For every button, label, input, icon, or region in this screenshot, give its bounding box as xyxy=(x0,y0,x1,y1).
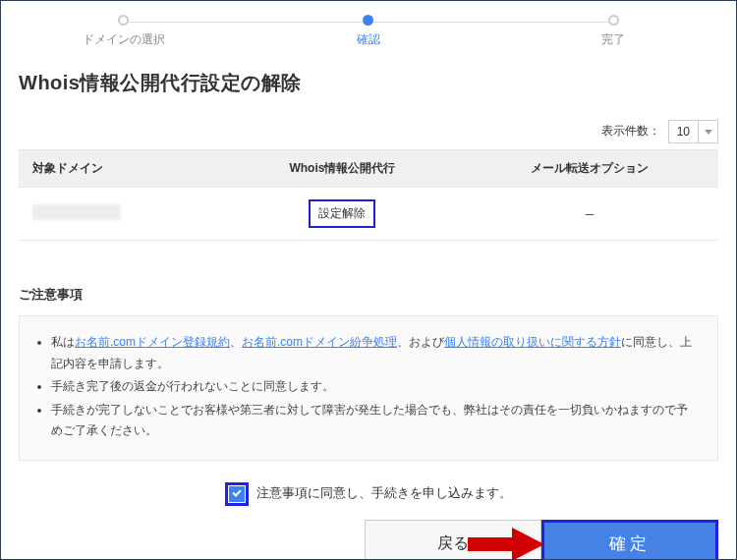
link-terms[interactable]: お名前.comドメイン登録規約 xyxy=(75,335,230,349)
step-circle-icon xyxy=(118,15,129,26)
col-whois: Whois情報公開代行 xyxy=(224,150,461,188)
text: 、 xyxy=(230,335,242,349)
progress-stepper: ドメインの選択 確認 完了 xyxy=(1,1,736,58)
text: 私は xyxy=(51,335,75,349)
page-title: Whois情報公開代行設定の解除 xyxy=(19,70,718,96)
step-confirm: 確認 xyxy=(246,15,490,48)
page-container: ドメインの選択 確認 完了 Whois情報公開代行設定の解除 表示件数： 10 … xyxy=(0,0,737,560)
button-row: 戻る 確定 xyxy=(1,520,736,560)
col-domain: 対象ドメイン xyxy=(19,150,224,188)
display-count-select[interactable]: 10 xyxy=(668,120,718,143)
agree-checkbox[interactable] xyxy=(225,482,249,506)
step-label: 確認 xyxy=(357,31,380,48)
back-button[interactable]: 戻る xyxy=(365,520,541,560)
cell-mail: ─ xyxy=(461,188,718,241)
step-select-domain: ドメインの選択 xyxy=(1,15,246,48)
table-header-row: 対象ドメイン Whois情報公開代行 メール転送オプション xyxy=(19,150,718,188)
step-complete: 完了 xyxy=(491,15,736,48)
display-count-value: 10 xyxy=(669,121,698,142)
text: 、および xyxy=(397,335,444,349)
table-row: 設定解除 ─ xyxy=(19,188,718,241)
col-mail: メール転送オプション xyxy=(461,150,718,188)
notes-item: 手続き完了後の返金が行われないことに同意します。 xyxy=(51,376,698,398)
notes-box: 私はお名前.comドメイン登録規約、お名前.comドメイン紛争処理、および個人情… xyxy=(19,315,718,461)
cell-domain xyxy=(19,188,224,241)
step-label: 完了 xyxy=(601,31,625,48)
cell-whois: 設定解除 xyxy=(224,188,461,241)
agree-label: 注意事項に同意し、手続きを申し込みます。 xyxy=(256,486,512,500)
step-circle-icon xyxy=(608,15,619,26)
notes-item: 私はお名前.comドメイン登録規約、お名前.comドメイン紛争処理、および個人情… xyxy=(51,332,698,374)
display-count-label: 表示件数： xyxy=(601,124,660,138)
step-label: ドメインの選択 xyxy=(83,31,165,48)
main-content: Whois情報公開代行設定の解除 表示件数： 10 対象ドメイン Whois情報… xyxy=(1,70,736,506)
agree-row: 注意事項に同意し、手続きを申し込みます。 xyxy=(19,482,718,506)
display-count-row: 表示件数： 10 xyxy=(19,120,718,143)
domain-table: 対象ドメイン Whois情報公開代行 メール転送オプション 設定解除 ─ xyxy=(19,149,718,241)
chevron-down-icon xyxy=(698,121,717,142)
checkbox-checked-icon xyxy=(229,486,245,502)
domain-redacted xyxy=(32,204,121,220)
status-badge: 設定解除 xyxy=(309,199,375,228)
step-circle-icon xyxy=(363,15,373,26)
notes-item: 手続きが完了しないことでお客様や第三者に対して障害が発生した場合でも、弊社はその… xyxy=(51,400,698,442)
link-privacy[interactable]: 個人情報の取り扱いに関する方針 xyxy=(444,335,621,349)
submit-button[interactable]: 確定 xyxy=(541,520,718,560)
notes-heading: ご注意事項 xyxy=(19,286,718,304)
link-dispute[interactable]: お名前.comドメイン紛争処理 xyxy=(242,335,397,349)
